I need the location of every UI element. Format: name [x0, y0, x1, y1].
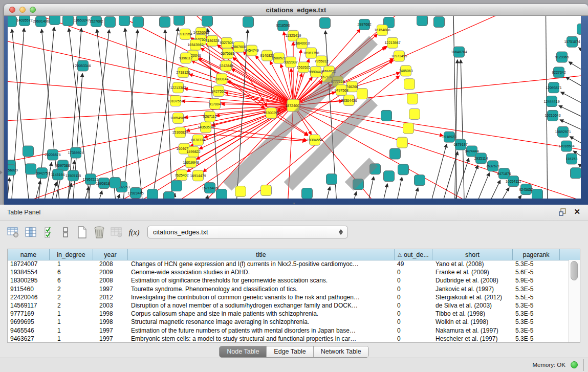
column-header-pagerank[interactable]: pagerank	[513, 249, 560, 260]
column-header-year[interactable]: year	[93, 249, 128, 260]
table-cell[interactable]: 2008	[93, 260, 128, 268]
network-canvas[interactable]: 1403557220691406106532471527602288768211…	[8, 16, 581, 199]
table-cell[interactable]: 5.5E-5	[513, 293, 560, 301]
table-cell[interactable]: 2003	[93, 301, 128, 310]
table-cell[interactable]: 1	[50, 310, 93, 318]
table-cell[interactable]: 5.9E-5	[513, 276, 560, 285]
column-header-short[interactable]: short	[432, 249, 513, 260]
network-window-titlebar[interactable]: citations_edges.txt	[4, 4, 588, 16]
table-cell[interactable]: 1998	[93, 310, 128, 318]
table-cell[interactable]: 1998	[93, 318, 128, 326]
table-cell[interactable]: Wolkin et al. (1998)	[432, 318, 513, 326]
table-cell[interactable]: 5.3E-5	[513, 310, 560, 318]
table-cell[interactable]: Embryonic stem cells: a model to study s…	[128, 335, 395, 342]
select-all-icon[interactable]	[42, 225, 56, 240]
window-resize-grip[interactable]	[8, 16, 581, 199]
table-cell[interactable]: 2008	[93, 276, 128, 285]
table-row[interactable]: 911546021997Tourette syndrome. Phenomeno…	[8, 285, 569, 293]
table-cell[interactable]: 49	[395, 260, 432, 268]
table-cell[interactable]: 18300295	[8, 276, 50, 285]
table-row[interactable]: 1456911722003Disruption of a novel membe…	[8, 301, 569, 310]
table-row[interactable]: 2242004622012Investigating the contribut…	[8, 293, 569, 301]
tab-edge-table[interactable]: Edge Table	[267, 346, 313, 357]
table-cell[interactable]: 18724007	[8, 260, 50, 268]
table-cell[interactable]: 0	[395, 335, 432, 342]
table-cell[interactable]: Hescheler et al. (1997)	[432, 335, 513, 342]
table-cell[interactable]: Estimation of significance thresholds fo…	[128, 276, 395, 285]
table-cell[interactable]: Tourette syndrome. Phenomenology and cla…	[128, 285, 395, 293]
table-cell[interactable]: 0	[395, 301, 432, 310]
column-header-name[interactable]: name	[8, 249, 50, 260]
table-cell[interactable]: Dudbridge et al. (2008)	[432, 276, 513, 285]
table-cell[interactable]: 0	[395, 326, 432, 335]
table-row[interactable]: 1872400712008Changes of HCN gene express…	[8, 260, 569, 268]
table-row[interactable]: 1938455462009Genome-wide association stu…	[8, 268, 569, 276]
table-cell[interactable]: 2	[50, 293, 93, 301]
table-cell[interactable]: Disruption of a novel member of a sodium…	[128, 301, 395, 310]
tab-network-table[interactable]: Network Table	[314, 346, 368, 357]
column-header-title[interactable]: title	[128, 249, 395, 260]
table-cell[interactable]: 5.6E-5	[513, 268, 560, 276]
table-settings-icon[interactable]	[6, 225, 20, 240]
table-row[interactable]: 946362711997Embryonic stem cells: a mode…	[8, 335, 569, 342]
table-row[interactable]: 946554611997Estimation of the future num…	[8, 326, 569, 335]
scrollbar-thumb[interactable]	[571, 261, 578, 280]
table-cell[interactable]: Yano et al. (2008)	[432, 260, 513, 268]
zoom-button[interactable]	[30, 7, 36, 13]
new-table-icon[interactable]	[75, 225, 89, 240]
table-cell[interactable]: 9115460	[8, 285, 50, 293]
table-cell[interactable]: 1	[50, 318, 93, 326]
table-cell[interactable]: Investigating the contribution of common…	[128, 293, 395, 301]
table-cell[interactable]: Stergiakouli et al. (2012)	[432, 293, 513, 301]
table-cell[interactable]: 1997	[93, 335, 128, 342]
table-cell[interactable]: 9465546	[8, 326, 50, 335]
table-cell[interactable]: 1	[50, 260, 93, 268]
table-cell[interactable]: 5.3E-5	[513, 301, 560, 310]
delete-table-icon[interactable]	[92, 225, 106, 240]
table-cell[interactable]: Tibbo et al. (1998)	[432, 310, 513, 318]
table-cell[interactable]: 0	[395, 293, 432, 301]
table-cell[interactable]: 1	[50, 335, 93, 342]
table-cell[interactable]: 5.3E-5	[513, 335, 560, 342]
minimize-button[interactable]	[19, 7, 26, 13]
table-cell[interactable]: 6	[50, 276, 93, 285]
column-header-out_de[interactable]: △out_de...	[395, 249, 432, 260]
table-cell[interactable]: 1997	[93, 326, 128, 335]
table-cell[interactable]: Estimation of the future numbers of pati…	[128, 326, 395, 335]
table-cell[interactable]: 9463627	[8, 335, 50, 342]
table-cell[interactable]: 0	[395, 318, 432, 326]
table-cell[interactable]: 5.3E-5	[513, 260, 560, 268]
table-row[interactable]: 977716911998Corpus callosum shape and si…	[8, 310, 569, 318]
panel-collapse-arrow-icon[interactable]	[0, 170, 3, 174]
table-cell[interactable]: 5.3E-5	[513, 318, 560, 326]
table-cell[interactable]: Jankovic et al. (1997)	[432, 285, 513, 293]
table-cell[interactable]: 5.3E-5	[513, 285, 560, 293]
table-cell[interactable]: Corpus callosum shape and size in male p…	[128, 310, 395, 318]
table-cell[interactable]: 14569117	[8, 301, 50, 310]
float-panel-icon[interactable]	[559, 208, 567, 216]
table-cell[interactable]: Franke et al. (2009)	[432, 268, 513, 276]
memory-ok-icon[interactable]	[571, 361, 578, 368]
close-panel-icon[interactable]: ✕	[574, 207, 580, 216]
table-cell[interactable]: 0	[395, 268, 432, 276]
table-cell[interactable]: Genome-wide association studies in ADHD.	[128, 268, 395, 276]
table-cell[interactable]: 1997	[93, 285, 128, 293]
table-cell[interactable]: 0	[395, 310, 432, 318]
tab-node-table[interactable]: Node Table	[220, 346, 267, 357]
table-cell[interactable]: 2	[50, 285, 93, 293]
table-cell[interactable]: de Silva et al. (2003)	[432, 301, 513, 310]
table-cell[interactable]: 0	[395, 276, 432, 285]
hide-columns-icon[interactable]	[58, 225, 73, 240]
table-cell[interactable]: 19384554	[8, 268, 50, 276]
table-selector-dropdown[interactable]: citations_edges.txt	[147, 226, 348, 238]
table-row[interactable]: 969969511998Structural magnetic resonanc…	[8, 318, 569, 326]
table-cell[interactable]: Changes of HCN gene expression and I(f) …	[128, 260, 395, 268]
show-columns-icon[interactable]	[24, 225, 38, 240]
close-button[interactable]	[9, 7, 15, 13]
table-cell[interactable]: 5.3E-5	[513, 326, 560, 335]
column-header-in_degree[interactable]: in_degree	[50, 249, 93, 260]
vertical-scrollbar[interactable]	[569, 260, 580, 342]
table-cell[interactable]: 2	[50, 301, 93, 310]
table-cell[interactable]: 9777169	[8, 310, 50, 318]
table-cell[interactable]: 0	[395, 285, 432, 293]
